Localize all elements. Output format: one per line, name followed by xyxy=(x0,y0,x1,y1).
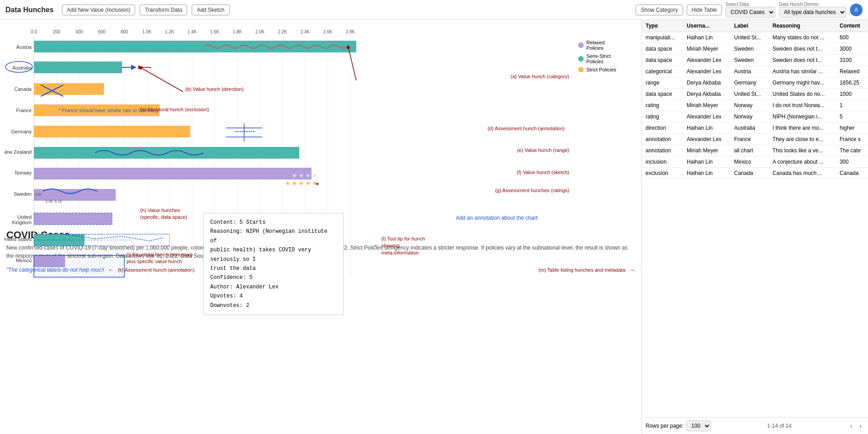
table-row[interactable]: ratingMiriah MeyerNorwayI do not trust N… xyxy=(642,100,868,111)
annotation-e: (e) Value hunch (range) xyxy=(517,147,569,153)
table-cell-type: range xyxy=(642,77,683,89)
table-row[interactable]: data spaceDerya AkbabaUnited St...United… xyxy=(642,89,868,100)
svg-text:★: ★ xyxy=(285,172,291,179)
annotation-a: (a) Value hunch (category) xyxy=(511,74,569,79)
table-row[interactable]: rangeDerya AkbabaGermanyGermany might ha… xyxy=(642,77,868,89)
table-cell-label: United St... xyxy=(731,89,769,100)
rows-per-page-select[interactable]: 100 50 25 xyxy=(686,420,711,431)
transform-data-button[interactable]: Transform Data xyxy=(140,5,187,15)
svg-text:600: 600 xyxy=(98,29,106,34)
table-row[interactable]: data spaceAlexander LexSwedenSweden does… xyxy=(642,55,868,66)
table-cell-username: Haihan Lin xyxy=(683,32,731,43)
table-cell-content: 3000 xyxy=(836,43,868,55)
tooltip-confidence: Confidence: 5 xyxy=(210,273,337,282)
main: 0.0 200 400 600 800 1.0K 1.2K 1.4K 1.6K … xyxy=(0,20,868,434)
tooltip-reasoning: Reasoning: NIPH (Norwegian institute of xyxy=(210,227,337,245)
header: Data Hunches Add New Value (Inclusion) T… xyxy=(0,0,868,20)
table-cell-content: 1856.25 xyxy=(836,77,868,89)
svg-text:1.6K: 1.6K xyxy=(210,29,220,34)
table-cell-username: Alexander Lex xyxy=(683,66,731,77)
svg-text:800: 800 xyxy=(121,29,128,34)
legend: RelaxedPolicies Semi-StrictPolicies Stri… xyxy=(578,26,637,294)
table-cell-label: Norway xyxy=(731,100,769,111)
tooltip-upvotes: Upvotes: 4 xyxy=(210,292,337,301)
next-page-button[interactable]: › xyxy=(857,421,864,430)
page-info: 1-14 of 14 xyxy=(767,423,792,429)
pagination: ‹ › xyxy=(848,421,864,430)
table-row[interactable]: inclusionHaihan LinMexicoA conjecture ab… xyxy=(642,156,868,168)
table-row[interactable]: exclusionHaihan LinCanadaCanada has much… xyxy=(642,168,868,179)
table-cell-username: Alexander Lex xyxy=(683,134,731,145)
table-cell-type: rating xyxy=(642,111,683,123)
add-value-button[interactable]: Add New Value (Inclusion) xyxy=(62,5,136,15)
demos-dropdown[interactable]: All type data hunches Value hunches only xyxy=(779,7,846,18)
table-cell-label: Canada xyxy=(731,168,769,179)
table-scroll[interactable]: Type Userna... Label Reasoning Content m… xyxy=(642,20,868,417)
bar-australia[interactable] xyxy=(34,61,122,73)
table-row[interactable]: annotationMiriah Meyerall chartThis look… xyxy=(642,145,868,156)
bottom-arrow-right: → xyxy=(629,266,635,274)
table-cell-type: rating xyxy=(642,100,683,111)
svg-text:2.4K: 2.4K xyxy=(301,29,310,34)
chart-area: 0.0 200 400 600 800 1.0K 1.2K 1.4K 1.6K … xyxy=(0,20,642,223)
table-row[interactable]: data spaceMiriah MeyerSwedenSweden does … xyxy=(642,43,868,55)
select-data-dropdown[interactable]: COVID Cases Other Dataset xyxy=(726,7,775,18)
table-cell-label: Australia xyxy=(731,123,769,134)
bar-germany[interactable] xyxy=(34,126,190,137)
table-cell-label: Germany xyxy=(731,77,769,89)
tooltip-reasoning2: public health) takes COVID very seriousl… xyxy=(210,245,337,264)
table-cell-reasoning: Sweden does not t... xyxy=(769,43,836,55)
svg-text:236: 236 xyxy=(35,192,42,197)
table-cell-username: Haihan Lin xyxy=(683,156,731,168)
svg-text:★: ★ xyxy=(298,172,304,179)
bar-uk[interactable] xyxy=(34,213,112,225)
svg-text:Germany: Germany xyxy=(11,129,32,134)
legend-label-semi: Semi-StrictPolicies xyxy=(586,53,611,64)
rows-per-page: Rows per page: 100 50 25 xyxy=(646,420,711,431)
svg-text:1.4K: 1.4K xyxy=(188,29,197,34)
bar-austria[interactable] xyxy=(34,41,356,52)
annotation-d: (d) Assessment hunch (annotation) xyxy=(487,126,565,131)
table-cell-reasoning: I do not trust Norwa... xyxy=(769,100,836,111)
table-cell-username: Miriah Meyer xyxy=(683,145,731,156)
table-cell-type: direction xyxy=(642,123,683,134)
svg-text:Australia: Australia xyxy=(12,65,32,71)
bar-canada[interactable] xyxy=(34,83,104,95)
prev-page-button[interactable]: ‹ xyxy=(848,421,855,430)
table-cell-username: Alexander Lex xyxy=(683,55,731,66)
svg-text:★: ★ xyxy=(305,179,311,187)
col-content: Content xyxy=(836,20,868,32)
avatar[interactable]: A xyxy=(850,4,863,16)
table-row[interactable]: categoricalAlexander LexAustriaAustria h… xyxy=(642,66,868,77)
annotation-l: ← (l) Tool tip for hunchshowingmeta-info… xyxy=(373,236,425,256)
legend-dot-strict xyxy=(578,67,584,72)
table-cell-username: Alexander Lex xyxy=(683,111,731,123)
svg-text:3.1k: 3.1k xyxy=(54,199,62,203)
table-cell-label: Austria xyxy=(731,66,769,77)
table-row[interactable]: ratingAlexander LexNorwayNIPH (Norwegian… xyxy=(642,111,868,123)
svg-text:★: ★ xyxy=(312,172,318,179)
table-cell-reasoning: I think there are mo... xyxy=(769,123,836,134)
table-cell-label: Sweden xyxy=(731,43,769,55)
hide-table-button[interactable]: Hide Table xyxy=(687,5,722,15)
select-data-container: Select Data COVID Cases Other Dataset xyxy=(726,2,775,18)
table-cell-reasoning: Many states do not ... xyxy=(769,32,836,43)
table-cell-reasoning: United States do no... xyxy=(769,89,836,100)
table-cell-content: 300 xyxy=(836,156,868,168)
show-category-button[interactable]: Show Category xyxy=(636,5,683,15)
svg-text:New Zealand: New Zealand xyxy=(5,149,32,155)
legend-label-relaxed: RelaxedPolicies xyxy=(586,40,604,51)
table-cell-reasoning: NIPH (Norwegian i... xyxy=(769,111,836,123)
table-cell-type: annotation xyxy=(642,145,683,156)
legend-dot-semi xyxy=(578,56,584,61)
table-cell-reasoning: They are close to e... xyxy=(769,134,836,145)
bar-norway[interactable] xyxy=(34,168,311,179)
table-cell-type: categorical xyxy=(642,66,683,77)
table-row[interactable]: manipulati...Haihan LinUnited St...Many … xyxy=(642,32,868,43)
table-row[interactable]: annotationAlexander LexFranceThey are cl… xyxy=(642,134,868,145)
svg-text:Norway: Norway xyxy=(15,170,32,175)
table-cell-reasoning: This looks like a ve... xyxy=(769,145,836,156)
table-cell-type: data space xyxy=(642,89,683,100)
table-row[interactable]: directionHaihan LinAustraliaI think ther… xyxy=(642,123,868,134)
add-sketch-button[interactable]: Add Sketch xyxy=(192,5,229,15)
